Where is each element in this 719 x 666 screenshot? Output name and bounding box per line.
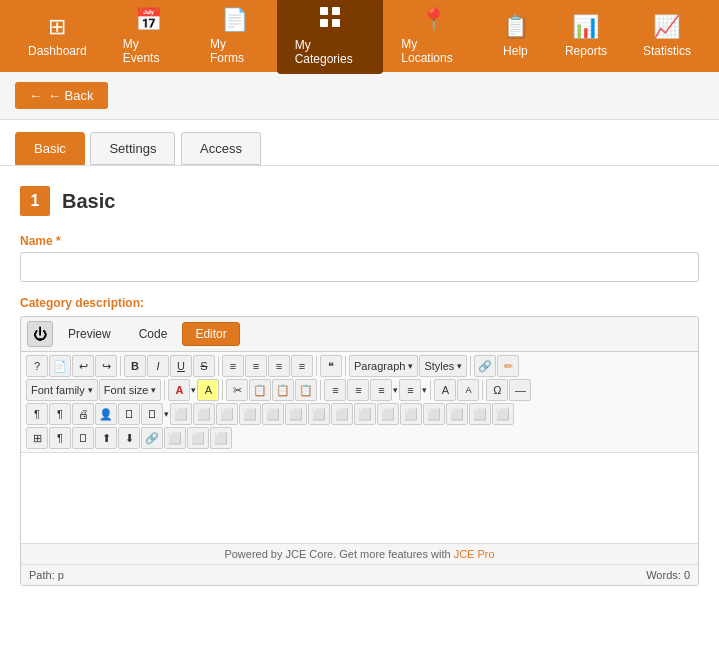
tb-img6-btn[interactable]: ⬜ [285, 403, 307, 425]
back-button[interactable]: ← ← Back [15, 82, 108, 109]
tb-img14-btn[interactable]: ⬜ [469, 403, 491, 425]
tb-paste-btn[interactable]: 📋 [272, 379, 294, 401]
tb-img9-btn[interactable]: ⬜ [354, 403, 376, 425]
tb-blockquote-btn[interactable]: ❝ [320, 355, 342, 377]
back-button-label: ← Back [48, 88, 94, 103]
tb-italic-btn[interactable]: I [147, 355, 169, 377]
toolbar-sep-3 [316, 356, 317, 376]
tb-font-family-dropdown[interactable]: Font family ▾ [26, 379, 98, 401]
tb-styles-dropdown[interactable]: Styles ▾ [419, 355, 467, 377]
tb-font-color-btn[interactable]: A [168, 379, 190, 401]
tb-hr-btn[interactable]: — [509, 379, 531, 401]
nav-statistics[interactable]: 📈 Statistics [625, 6, 709, 66]
tb-copy-btn[interactable]: 📋 [249, 379, 271, 401]
tb-edit-btn[interactable]: ✏ [497, 355, 519, 377]
tb-align-justify-btn[interactable]: ≡ [222, 355, 244, 377]
back-bar: ← ← Back [0, 72, 719, 120]
name-label: Name * [20, 234, 699, 248]
tb-nonbreaking-btn[interactable]: ¶ [49, 403, 71, 425]
tb-print-btn[interactable]: 🖨 [72, 403, 94, 425]
name-input[interactable] [20, 252, 699, 282]
tb-img11-btn[interactable]: ⬜ [400, 403, 422, 425]
editor-body[interactable] [21, 453, 698, 543]
tb-img5-btn[interactable]: ⬜ [262, 403, 284, 425]
nav-my-categories[interactable]: My Categories [277, 0, 384, 74]
editor-power-button[interactable]: ⏻ [27, 321, 53, 347]
toolbar-row-3: ¶ ¶ 🖨 👤 🗌 🗌 ▾ ⬜ ⬜ ⬜ ⬜ ⬜ ⬜ ⬜ ⬜ ⬜ ⬜ [26, 403, 693, 425]
tb-table-btn[interactable]: ⊞ [26, 427, 48, 449]
tb-preview2-btn[interactable]: 👤 [95, 403, 117, 425]
tb-img3-btn[interactable]: ⬜ [216, 403, 238, 425]
font-family-arrow-icon: ▾ [88, 385, 93, 395]
tb-template-btn[interactable]: 🗌 [118, 403, 140, 425]
reports-icon: 📊 [572, 14, 599, 40]
tb-bold-btn[interactable]: B [124, 355, 146, 377]
tb-media-btn[interactable]: 🗌 [141, 403, 163, 425]
tb-doc-btn[interactable]: 🗌 [72, 427, 94, 449]
tb-img8-btn[interactable]: ⬜ [331, 403, 353, 425]
tb-paragraph-dropdown[interactable]: Paragraph ▾ [349, 355, 418, 377]
tb-r3-btn[interactable]: ⬜ [210, 427, 232, 449]
tb-r2-btn[interactable]: ⬜ [187, 427, 209, 449]
back-arrow-icon: ← [29, 88, 42, 103]
tab-settings[interactable]: Settings [90, 132, 175, 165]
tb-anchor-btn[interactable]: 🔗 [141, 427, 163, 449]
toolbar-sep-7 [222, 380, 223, 400]
tb-align-center-btn[interactable]: ≡ [268, 355, 290, 377]
editor-footer-link[interactable]: JCE Pro [454, 548, 495, 560]
tb-align-right-btn[interactable]: ≡ [291, 355, 313, 377]
tab-access[interactable]: Access [181, 132, 261, 165]
tb-paste-text-btn[interactable]: 📋 [295, 379, 317, 401]
toolbar-sep-8 [320, 380, 321, 400]
nav-my-locations[interactable]: 📍 My Locations [383, 0, 484, 73]
tb-font-size-inc-btn[interactable]: A [434, 379, 456, 401]
section-title: Basic [62, 190, 115, 213]
tb-ol-btn[interactable]: ≡ [370, 379, 392, 401]
nav-my-forms[interactable]: 📄 My Forms [192, 0, 277, 73]
editor-tab-preview[interactable]: Preview [55, 322, 124, 346]
nav-my-events[interactable]: 📅 My Events [105, 0, 192, 73]
main-content: 1 Basic Name * Category description: ⏻ P… [0, 166, 719, 666]
tb-help-btn[interactable]: ? [26, 355, 48, 377]
toolbar-sep-1 [120, 356, 121, 376]
tb-ul-btn[interactable]: ≡ [399, 379, 421, 401]
tb-show-blocks-btn[interactable]: ¶ [26, 403, 48, 425]
tb-img7-btn[interactable]: ⬜ [308, 403, 330, 425]
toolbar-sep-5 [470, 356, 471, 376]
tab-basic[interactable]: Basic [15, 132, 85, 165]
nav-help[interactable]: 📋 Help [484, 6, 547, 66]
tb-new-doc-btn[interactable]: 📄 [49, 355, 71, 377]
editor-tab-code[interactable]: Code [126, 322, 181, 346]
tb-img12-btn[interactable]: ⬜ [423, 403, 445, 425]
tb-img15-btn[interactable]: ⬜ [492, 403, 514, 425]
tb-strikethrough-btn[interactable]: S [193, 355, 215, 377]
path-text: Path: [29, 569, 58, 581]
tb-arrow-down-btn[interactable]: ⬇ [118, 427, 140, 449]
tb-indent-btn[interactable]: ≡ [324, 379, 346, 401]
editor-footer: Powered by JCE Core. Get more features w… [21, 543, 698, 564]
tb-undo-btn[interactable]: ↩ [72, 355, 94, 377]
editor-tab-editor[interactable]: Editor [182, 322, 239, 346]
nav-dashboard[interactable]: ⊞ Dashboard [10, 6, 105, 66]
tb-redo-btn[interactable]: ↪ [95, 355, 117, 377]
tb-img13-btn[interactable]: ⬜ [446, 403, 468, 425]
tb-link-btn[interactable]: 🔗 [474, 355, 496, 377]
tb-align-left-btn[interactable]: ≡ [245, 355, 267, 377]
tb-img1-btn[interactable]: ⬜ [170, 403, 192, 425]
tb-arrow-up-btn[interactable]: ⬆ [95, 427, 117, 449]
tb-font-size-dropdown[interactable]: Font size ▾ [99, 379, 162, 401]
tb-img2-btn[interactable]: ⬜ [193, 403, 215, 425]
tb-img4-btn[interactable]: ⬜ [239, 403, 261, 425]
tb-underline-btn[interactable]: U [170, 355, 192, 377]
tb-font-size-dec-btn[interactable]: A [457, 379, 479, 401]
tb-outdent-btn[interactable]: ≡ [347, 379, 369, 401]
tb-r1-btn[interactable]: ⬜ [164, 427, 186, 449]
tb-cut-btn[interactable]: ✂ [226, 379, 248, 401]
help-icon: 📋 [502, 14, 529, 40]
tb-img10-btn[interactable]: ⬜ [377, 403, 399, 425]
tb-special-char-btn[interactable]: Ω [486, 379, 508, 401]
tb-highlight-btn[interactable]: A [197, 379, 219, 401]
media-arrow-icon: ▾ [164, 409, 169, 419]
tb-p-btn[interactable]: ¶ [49, 427, 71, 449]
nav-reports[interactable]: 📊 Reports [547, 6, 625, 66]
